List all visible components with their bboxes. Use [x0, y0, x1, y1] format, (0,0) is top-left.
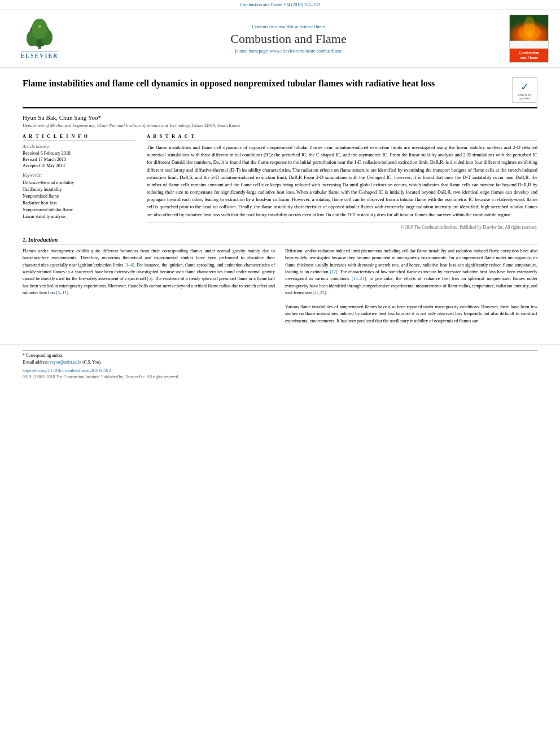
journal-header: ELSEVIER Contents lists available at Sci…: [0, 10, 560, 68]
article-info-header: A R T I C L E I N F O: [23, 134, 135, 141]
copyright-line: © 2018 The Combustion Institute. Publish…: [147, 222, 537, 230]
keyword-1: Diffusive-thermal instability: [23, 180, 135, 186]
article-title-row: Flame instabilities and flame cell dynam…: [23, 77, 537, 108]
authors-line: Hyun Su Bak, Chun Sang Yoo*: [23, 114, 537, 121]
elsevier-wordmark: ELSEVIER: [21, 51, 59, 59]
abstract-column: A B S T R A C T The flame instabilities …: [147, 134, 537, 230]
svg-point-8: [524, 16, 535, 37]
sciencedirect-text: Contents lists available at ScienceDirec…: [73, 24, 504, 29]
cover-image-graphic: [510, 15, 548, 41]
keyword-4: Radiative heat loss: [23, 200, 135, 207]
article-title: Flame instabilities and flame cell dynam…: [23, 77, 435, 90]
page-footer: * Corresponding author. E-mail address: …: [0, 344, 560, 383]
journal-title-center: Contents lists available at ScienceDirec…: [73, 24, 504, 54]
intro-col2-text: Diffusion- and/or radiation-induced limi…: [285, 248, 537, 325]
sciencedirect-link-text[interactable]: ScienceDirect: [300, 24, 325, 29]
footer-divider: [23, 350, 537, 351]
crossmark-icon: ✓: [520, 81, 529, 93]
footnote-email: E-mail address: csyoo@unist.ac.kr (C.S. …: [23, 360, 537, 365]
doi-link[interactable]: https://doi.org/10.1016/j.combustflame.2…: [23, 368, 537, 373]
paper-content: Flame instabilities and flame cell dynam…: [0, 68, 560, 338]
footnote-corresponding: * Corresponding author.: [23, 353, 537, 358]
homepage-url[interactable]: www.elsevier.com/locate/combustflame: [270, 49, 342, 54]
revised-date: Revised 17 March 2018: [23, 157, 135, 162]
article-info-abstract-row: A R T I C L E I N F O Article history: R…: [23, 134, 537, 230]
cover-journal-name: Combustion and Flame: [510, 49, 548, 62]
keyword-2: Oscillatory instability: [23, 186, 135, 193]
abstract-header: A B S T R A C T: [147, 134, 537, 141]
svg-point-5: [38, 25, 41, 28]
abstract-text: The flame instabilities and flame cell d…: [147, 144, 537, 219]
intro-col1: Flames under microgravity exhibit quite …: [23, 248, 275, 325]
article-info-column: A R T I C L E I N F O Article history: R…: [23, 134, 135, 230]
keywords-label: Keywords:: [23, 173, 135, 178]
keyword-5: Nonpremixed tubular flame: [23, 207, 135, 213]
issn-copyright: 0010-2180/© 2018 The Combustion Institut…: [23, 374, 537, 379]
history-label: Article history:: [23, 144, 135, 149]
author-email-link[interactable]: csyoo@unist.ac.kr: [50, 360, 82, 365]
elsevier-tree-icon: [17, 19, 62, 50]
intro-section: 1. Introduction Flames under microgravit…: [23, 237, 537, 325]
journal-cover-image: Combustion and Flame: [509, 15, 549, 63]
journal-name-heading: Combustion and Flame: [73, 32, 504, 46]
affiliation-line: Department of Mechanical Engineering, Ul…: [23, 123, 537, 128]
journal-homepage: journal homepage: www.elsevier.com/locat…: [73, 49, 504, 54]
keyword-3: Nonpremixed flame: [23, 193, 135, 200]
keywords-list: Diffusive-thermal instability Oscillator…: [23, 180, 135, 220]
cover-graphic-svg: [510, 15, 549, 41]
received-date: Received 6 February 2018: [23, 151, 135, 156]
journal-top-bar: Combustion and Flame 194 (2018) 322–333: [0, 0, 560, 10]
journal-citation: Combustion and Flame 194 (2018) 322–333: [240, 2, 320, 7]
accepted-date: Accepted 10 May 2018: [23, 163, 135, 168]
intro-body: Flames under microgravity exhibit quite …: [23, 248, 537, 325]
svg-point-4: [32, 19, 47, 39]
intro-col1-text: Flames under microgravity exhibit quite …: [23, 248, 275, 297]
keyword-6: Linear stability analysis: [23, 213, 135, 220]
intro-col2: Diffusion- and/or radiation-induced limi…: [285, 248, 537, 325]
intro-section-title: 1. Introduction: [23, 237, 537, 244]
crossmark-badge: ✓ Check for updates: [512, 77, 537, 103]
elsevier-logo: ELSEVIER: [11, 19, 68, 59]
crossmark-label: Check for updates: [513, 93, 537, 100]
